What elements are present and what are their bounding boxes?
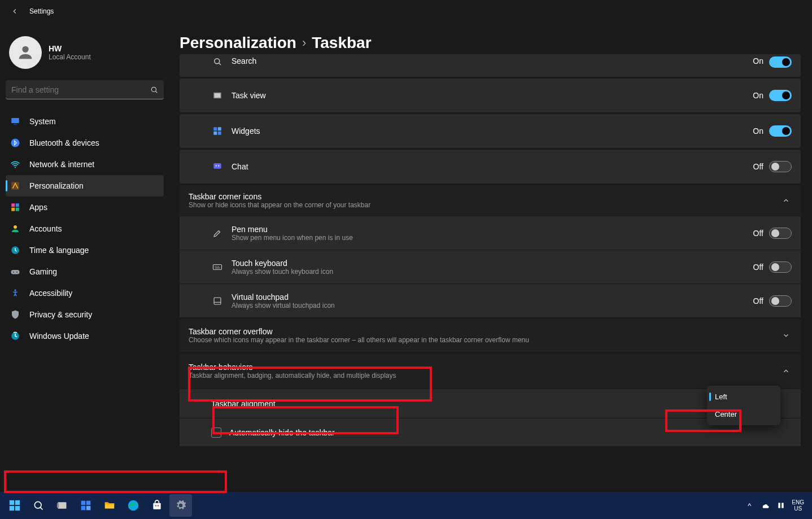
toggle-state: Off <box>753 296 763 306</box>
svg-rect-43 <box>155 505 157 507</box>
sidebar-item-label: Privacy & security <box>29 310 92 319</box>
window-title: Settings <box>29 7 54 15</box>
sidebar-item-apps[interactable]: Apps <box>6 197 164 218</box>
taskbar-item-taskview-row[interactable]: Task viewOn <box>180 78 801 112</box>
svg-point-34 <box>34 501 41 508</box>
onedrive-icon[interactable] <box>760 500 770 511</box>
sidebar-item-accounts[interactable]: Accounts <box>6 218 164 239</box>
widgets-button[interactable] <box>75 494 97 517</box>
privacy-icon <box>10 309 20 320</box>
taskbar-alignment-row[interactable]: Taskbar alignment Left Center <box>180 389 801 418</box>
touchpad-icon <box>211 296 224 306</box>
svg-rect-35 <box>58 502 67 509</box>
sidebar-item-gaming[interactable]: Gaming <box>6 261 164 282</box>
svg-rect-38 <box>86 501 91 505</box>
search-box[interactable] <box>6 80 164 99</box>
svg-point-14 <box>13 272 14 273</box>
task-view-button[interactable] <box>51 494 73 517</box>
sidebar-item-accessibility[interactable]: Accessibility <box>6 282 164 304</box>
file-explorer-button[interactable] <box>98 494 121 517</box>
toggle-switch[interactable] <box>769 295 792 307</box>
taskbar-items-group: SearchOnTask viewOnWidgetsOnChatOff <box>180 54 801 184</box>
toggle-switch[interactable] <box>769 228 792 239</box>
behaviors-header[interactable]: Taskbar behaviors Taskbar alignment, bad… <box>180 354 801 389</box>
system-icon <box>10 116 20 127</box>
edge-button[interactable] <box>122 494 145 517</box>
start-button[interactable] <box>3 494 26 517</box>
behaviors-section: Taskbar behaviors Taskbar alignment, bad… <box>180 354 801 446</box>
breadcrumb-current: Taskbar <box>312 34 371 52</box>
toggle-switch[interactable] <box>769 56 792 68</box>
sidebar-item-label: Apps <box>29 203 47 212</box>
sidebar: HW Local Account SystemBluetooth & devic… <box>0 23 169 491</box>
profile-sub: Local Account <box>49 53 91 61</box>
svg-point-27 <box>218 165 219 166</box>
chat-icon <box>211 162 224 172</box>
sidebar-item-update[interactable]: Windows Update <box>6 325 164 347</box>
sidebar-item-label: Accounts <box>29 224 62 233</box>
sidebar-item-personalization[interactable]: Personalization <box>6 175 164 197</box>
store-icon <box>151 500 163 511</box>
svg-rect-13 <box>11 270 20 274</box>
widgets-icon <box>211 126 224 136</box>
sidebar-item-label: Gaming <box>29 267 57 276</box>
apps-icon <box>10 202 20 212</box>
chevron-down-icon <box>780 330 792 341</box>
svg-point-4 <box>11 139 20 147</box>
auto-hide-checkbox[interactable] <box>211 428 221 438</box>
taskbar-item-widgets-row[interactable]: WidgetsOn <box>180 114 801 148</box>
svg-rect-25 <box>213 163 221 169</box>
corner-item-touchpad-row[interactable]: Virtual touchpadAlways show virtual touc… <box>180 284 801 317</box>
alignment-dropdown[interactable]: Left Center <box>707 386 780 425</box>
auto-hide-label: Automatically hide the taskbar <box>229 428 335 437</box>
section-title: Taskbar behaviors <box>189 363 775 372</box>
settings-app-button[interactable] <box>169 494 192 517</box>
sidebar-item-privacy[interactable]: Privacy & security <box>6 304 164 325</box>
time-icon <box>10 245 20 255</box>
language-indicator[interactable]: ENG US <box>792 499 804 512</box>
dropdown-option-left[interactable]: Left <box>707 388 780 405</box>
toggle-switch[interactable] <box>769 90 792 101</box>
breadcrumb-parent[interactable]: Personalization <box>180 34 296 52</box>
toggle-switch[interactable] <box>769 161 792 172</box>
svg-rect-24 <box>218 132 221 135</box>
corner-item-keyboard-row[interactable]: Touch keyboardAlways show touch keyboard… <box>180 250 801 284</box>
store-button[interactable] <box>146 494 168 517</box>
svg-rect-10 <box>16 208 19 211</box>
row-sub: Show pen menu icon when pen is in use <box>232 234 753 242</box>
svg-rect-23 <box>213 132 217 135</box>
toggle-switch[interactable] <box>769 125 792 137</box>
chevron-up-icon <box>780 195 792 206</box>
back-button[interactable] <box>6 2 24 20</box>
taskbar-search-button[interactable] <box>27 494 50 517</box>
sidebar-item-label: Time & language <box>29 246 89 255</box>
tray-app-icon[interactable] <box>776 500 786 511</box>
profile-block[interactable]: HW Local Account <box>6 28 164 80</box>
overflow-section[interactable]: Taskbar corner overflow Choose which ico… <box>180 319 801 352</box>
toggle-switch[interactable] <box>769 261 792 273</box>
svg-rect-28 <box>213 264 222 269</box>
svg-rect-36 <box>57 503 59 508</box>
toggle-state: On <box>753 127 763 136</box>
section-title: Taskbar corner overflow <box>189 327 775 336</box>
taskbar-item-chat-row[interactable]: ChatOff <box>180 150 801 184</box>
sidebar-item-label: Network & internet <box>29 160 94 169</box>
search-input[interactable] <box>11 85 150 94</box>
sidebar-item-time[interactable]: Time & language <box>6 239 164 261</box>
edge-icon <box>127 499 139 512</box>
svg-rect-37 <box>81 501 86 505</box>
toggle-state: On <box>753 56 763 66</box>
sidebar-item-system[interactable]: System <box>6 111 164 132</box>
dropdown-option-center[interactable]: Center <box>707 405 780 423</box>
taskbar-item-search-row[interactable]: SearchOn <box>180 54 801 77</box>
svg-rect-33 <box>15 506 20 511</box>
sidebar-item-bluetooth[interactable]: Bluetooth & devices <box>6 132 164 154</box>
svg-point-26 <box>216 165 217 166</box>
section-sub: Show or hide icons that appear on the co… <box>189 201 775 209</box>
corner-item-pen-row[interactable]: Pen menuShow pen menu icon when pen is i… <box>180 216 801 250</box>
corner-icons-header[interactable]: Taskbar corner icons Show or hide icons … <box>180 185 801 216</box>
tray-overflow-button[interactable]: ^ <box>744 500 754 511</box>
svg-rect-22 <box>218 127 221 130</box>
sidebar-item-network[interactable]: Network & internet <box>6 154 164 175</box>
svg-rect-8 <box>16 203 19 207</box>
